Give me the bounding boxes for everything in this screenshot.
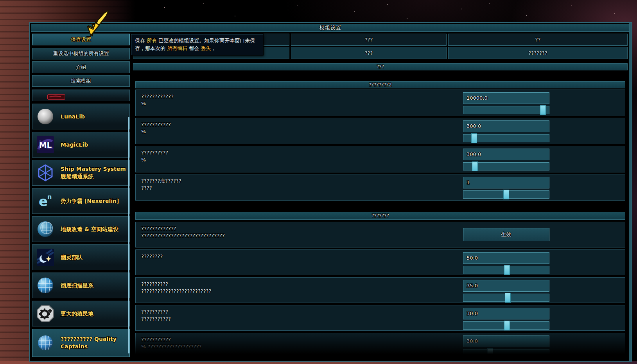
slider-track[interactable] xyxy=(463,349,549,357)
value-input[interactable]: 30.0 xyxy=(463,335,549,347)
slider-track[interactable] xyxy=(463,106,549,114)
mod-settings-window: 模组设置 保存设置 重设选中模组的所有设置 介绍 搜索模组 LunaLib xyxy=(29,22,632,362)
captains-globe-icon xyxy=(36,334,54,352)
slider-track[interactable] xyxy=(463,134,549,142)
setting-label: ?????????? xyxy=(141,308,168,316)
mod-label: 地貌改造 & 空间站建设 xyxy=(61,226,118,233)
mod-label: LunaLib xyxy=(61,113,85,120)
setting-row: ???????海?????? ???? 1 xyxy=(135,174,625,201)
search-mods-button[interactable]: 搜索模组 xyxy=(32,75,130,87)
tooltip-highlight: 所有 xyxy=(147,38,157,43)
mod-label: 彻底扫描星系 xyxy=(61,282,93,289)
value-input[interactable]: 35.0 xyxy=(463,280,549,292)
tooltip-text: 都会 xyxy=(187,45,201,51)
mod-label: 幽灵部队 xyxy=(61,254,83,261)
mod-list: LunaLib ML MagicLib Ship Mastery System舰… xyxy=(32,90,130,357)
reset-selected-mod-button[interactable]: 重设选中模组的所有设置 xyxy=(32,48,130,59)
mod-item-bigger-colonies[interactable]: 更大的殖民地 xyxy=(32,301,130,326)
setting-row: ?????????? ?????????????????????????? 35… xyxy=(135,277,625,303)
mod-item-ghost-fleet[interactable]: 幽灵部队 xyxy=(32,244,130,270)
setting-label: ???????????? xyxy=(141,93,174,100)
mod-item-terraforming[interactable]: 地貌改造 & 空间站建设 xyxy=(32,216,130,242)
setting-sublabel: % xyxy=(141,100,146,106)
magiclib-icon: ML xyxy=(36,136,54,154)
setting-label: ??????????? xyxy=(141,336,171,344)
slider-track[interactable] xyxy=(463,294,549,302)
setting-label: ????????????? xyxy=(141,225,176,233)
mod-item-clipped[interactable] xyxy=(32,90,130,101)
slider-handle[interactable] xyxy=(487,348,493,358)
setting-label: ???????海?????? xyxy=(141,177,181,185)
setting-sublabel: % xyxy=(141,157,146,163)
mod-item-lunalib[interactable]: LunaLib xyxy=(32,104,130,129)
collapse-bar[interactable]: ??? xyxy=(133,63,628,70)
setting-row: ??????????? % ???????????????????? 30.0 xyxy=(135,333,625,359)
svg-text:e: e xyxy=(39,194,48,209)
svg-text:n: n xyxy=(47,193,52,201)
value-input[interactable]: 300.0 xyxy=(463,120,549,132)
setting-row: ???????????? % 10000.0 xyxy=(135,90,625,116)
value-input[interactable]: 300.0 xyxy=(463,149,549,160)
mod-item-quality-captains[interactable]: ?????????? Quality Captains xyxy=(32,329,130,357)
tab-6[interactable]: ??????? xyxy=(448,47,628,59)
ghost-fleet-icon xyxy=(36,248,54,266)
colony-gear-icon xyxy=(36,305,54,323)
stars xyxy=(0,0,1,1)
tab-5[interactable]: ??? xyxy=(291,47,447,59)
setting-row: ?????????? % 300.0 xyxy=(135,146,625,172)
slider-handle[interactable] xyxy=(504,321,510,330)
mod-item-ship-mastery[interactable]: Ship Mastery System舰船精通系统 xyxy=(32,160,130,186)
nexerelin-icon: e n xyxy=(36,192,54,210)
terraforming-globe-icon xyxy=(36,220,54,238)
slider-track[interactable] xyxy=(463,321,549,330)
planet-horizon-strip xyxy=(0,361,637,364)
setting-row: ????????????? ??????????????????????????… xyxy=(135,222,625,247)
setting-label: ???????? xyxy=(141,253,163,260)
slider-handle[interactable] xyxy=(472,161,478,171)
value-input[interactable]: 30.0 xyxy=(463,308,549,319)
slider-track[interactable] xyxy=(463,266,549,274)
setting-sublabel: ?????????????????????????? xyxy=(141,288,211,294)
mod-label: Ship Mastery System舰船精通系统 xyxy=(61,165,126,180)
section-1: ????????2 ???????????? % 10000.0 ???????… xyxy=(135,81,625,88)
setting-sublabel: % ???????????????????? xyxy=(141,344,201,350)
setting-row: ???????? 50.0 xyxy=(135,249,625,275)
settings-panel: ??? ?? ???? ??? ??????? ??? ????????2 ??… xyxy=(133,23,628,361)
tooltip-text: 保存 xyxy=(135,38,147,43)
tooltip-highlight: 所有编辑 xyxy=(167,45,187,51)
moon-icon xyxy=(36,108,54,126)
slider-handle[interactable] xyxy=(503,190,509,199)
slider-handle[interactable] xyxy=(471,133,477,143)
mod-label: 更大的殖民地 xyxy=(61,310,93,317)
apply-button[interactable]: 生效 xyxy=(463,228,549,241)
setting-label: ?????????? xyxy=(141,149,168,157)
svg-text:ML: ML xyxy=(39,140,52,150)
slider-handle[interactable] xyxy=(540,105,546,115)
setting-sublabel: % xyxy=(141,129,146,134)
value-input[interactable]: 50.0 xyxy=(463,252,549,264)
setting-row: ??????????? % 300.0 xyxy=(135,118,625,144)
cube-wireframe-icon xyxy=(36,164,54,182)
mod-label: 势力争霸 [Nexerelin] xyxy=(61,197,119,205)
mod-item-scan-systems[interactable]: 彻底扫描星系 xyxy=(32,273,130,298)
value-input[interactable]: 1 xyxy=(463,177,549,188)
slider-track[interactable] xyxy=(463,190,549,199)
value-input[interactable]: 10000.0 xyxy=(463,92,549,104)
save-settings-button[interactable]: 保存设置 xyxy=(32,34,130,45)
slider-handle[interactable] xyxy=(505,293,511,303)
tab-3[interactable]: ?? xyxy=(448,34,628,46)
section-header: ????????2 xyxy=(135,81,625,88)
section-header: ??????? xyxy=(135,212,625,220)
tab-2[interactable]: ??? xyxy=(291,34,447,46)
mod-label: MagicLib xyxy=(61,141,88,149)
slider-handle[interactable] xyxy=(504,265,510,275)
red-banner-icon xyxy=(47,93,65,101)
setting-label: ??????????? xyxy=(141,121,171,129)
sidebar-scrollbar[interactable] xyxy=(128,117,129,353)
setting-sublabel: ??????????? xyxy=(141,316,171,322)
intro-button[interactable]: 介绍 xyxy=(32,61,130,73)
mod-item-magiclib[interactable]: ML MagicLib xyxy=(32,132,130,158)
setting-sublabel: ??????????????????????????????? xyxy=(141,233,225,238)
mod-item-nexerelin[interactable]: e n 势力争霸 [Nexerelin] xyxy=(32,188,130,214)
slider-track[interactable] xyxy=(463,162,549,170)
